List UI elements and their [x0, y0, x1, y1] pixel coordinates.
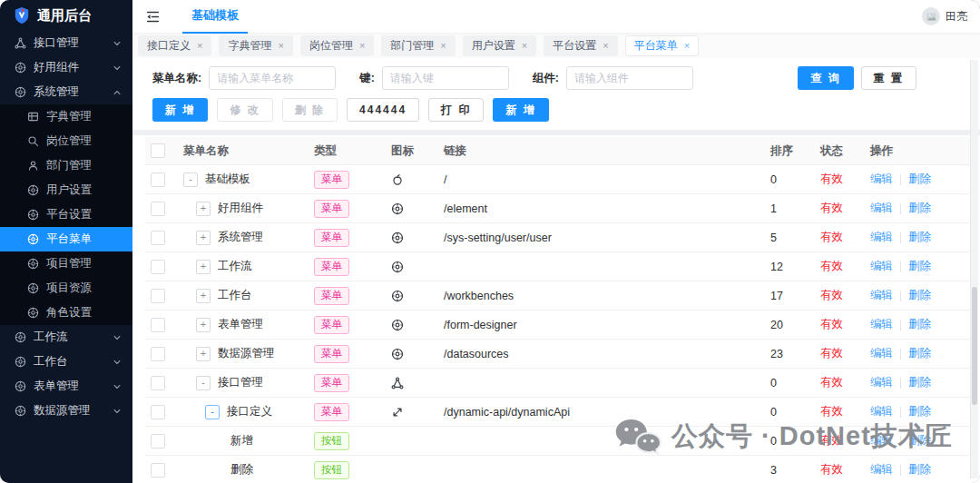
sidebar-item[interactable]: 项目资源 [0, 276, 132, 301]
row-actions: 编辑 删除 [865, 288, 975, 303]
sort-cell: 0 [765, 377, 815, 389]
avatar[interactable] [922, 7, 940, 25]
delete-link[interactable]: 删除 [908, 375, 931, 390]
toolbar-button[interactable]: 修 改 [217, 98, 272, 122]
select-all-checkbox[interactable] [151, 143, 165, 158]
action-divider [900, 232, 901, 243]
row-checkbox[interactable] [151, 318, 165, 332]
expand-toggle[interactable]: + [196, 231, 211, 245]
sidebar-item[interactable]: 好用组件 [0, 55, 132, 80]
api-icon [15, 37, 26, 49]
edit-link[interactable]: 编辑 [870, 375, 893, 390]
toolbar-button[interactable]: 删 除 [282, 98, 338, 122]
sort-cell: 23 [765, 348, 815, 360]
toolbar-button[interactable]: 打 印 [428, 98, 484, 122]
filter-input[interactable] [209, 66, 336, 90]
close-icon[interactable]: × [197, 40, 202, 51]
sidebar-item[interactable]: 工作流 [0, 325, 132, 350]
status-cell: 有效 [815, 317, 865, 332]
sidebar-item[interactable]: 平台设置 [0, 202, 132, 227]
sidebar-item[interactable]: 表单管理 [0, 374, 132, 399]
reset-button[interactable]: 重 置 [861, 66, 916, 90]
sidebar-item[interactable]: 系统管理 [0, 80, 132, 104]
edit-link[interactable]: 编辑 [870, 288, 893, 303]
sidebar-item[interactable]: 字典管理 [0, 104, 132, 129]
chevron-icon [113, 39, 122, 48]
edit-link[interactable]: 编辑 [870, 259, 893, 274]
menu-fold-icon[interactable] [145, 9, 161, 25]
close-icon[interactable]: × [359, 40, 365, 51]
delete-link[interactable]: 删除 [908, 346, 931, 361]
edit-link[interactable]: 编辑 [870, 462, 893, 478]
action-divider [900, 174, 901, 185]
scrollbar-thumb[interactable] [972, 287, 977, 405]
close-icon[interactable]: × [278, 40, 283, 51]
form-icon [15, 380, 26, 392]
close-icon[interactable]: × [440, 40, 446, 51]
user-menu[interactable]: 田亮 [922, 7, 967, 25]
close-icon[interactable]: × [603, 40, 608, 51]
delete-link[interactable]: 删除 [908, 201, 931, 216]
sidebar-item[interactable]: 项目管理 [0, 251, 132, 276]
delete-link[interactable]: 删除 [908, 462, 931, 478]
edit-link[interactable]: 编辑 [870, 201, 893, 216]
column-header: 操作 [865, 143, 975, 159]
edit-link[interactable]: 编辑 [870, 230, 893, 245]
page-tab[interactable]: 用户设置 × [463, 35, 536, 56]
edit-link[interactable]: 编辑 [870, 346, 893, 361]
row-checkbox[interactable] [151, 347, 165, 361]
sidebar-item[interactable]: 工作台 [0, 350, 132, 374]
sidebar-item[interactable]: 平台菜单 [0, 227, 132, 251]
expand-toggle[interactable]: - [183, 172, 198, 187]
close-icon[interactable]: × [684, 40, 690, 51]
expand-toggle[interactable]: - [196, 376, 211, 390]
sidebar-item[interactable]: 角色设置 [0, 301, 132, 325]
expand-toggle[interactable]: + [196, 347, 211, 361]
row-checkbox[interactable] [151, 289, 165, 303]
filter-input[interactable] [566, 66, 693, 90]
row-checkbox[interactable] [151, 405, 165, 419]
status-cell: 有效 [815, 259, 865, 274]
toolbar-button[interactable]: 新 增 [152, 98, 208, 122]
page-tab[interactable]: 岗位管理 × [300, 35, 374, 56]
vertical-scrollbar[interactable] [970, 60, 978, 478]
expand-toggle[interactable]: + [196, 289, 211, 303]
delete-link[interactable]: 删除 [908, 317, 931, 332]
edit-link[interactable]: 编辑 [870, 317, 893, 332]
menu-name-cell: 删除 [178, 462, 309, 478]
expand-toggle[interactable]: + [196, 202, 211, 216]
page-tab[interactable]: 字典管理 × [219, 35, 292, 56]
row-checkbox[interactable] [151, 434, 165, 448]
edit-link[interactable]: 编辑 [870, 172, 893, 187]
row-checkbox[interactable] [151, 376, 165, 390]
sidebar-item[interactable]: 数据源管理 [0, 399, 132, 423]
delete-link[interactable]: 删除 [908, 288, 931, 303]
toolbar-button[interactable]: 444444 [347, 98, 419, 122]
search-button[interactable]: 查 询 [798, 66, 853, 90]
row-checkbox[interactable] [151, 231, 165, 245]
sidebar-item[interactable]: 岗位管理 [0, 129, 132, 153]
toolbar-button[interactable]: 新 增 [493, 98, 548, 122]
sidebar-item[interactable]: 用户设置 [0, 178, 132, 202]
expand-toggle[interactable]: + [196, 260, 211, 274]
row-checkbox[interactable] [151, 260, 165, 274]
delete-link[interactable]: 删除 [908, 259, 931, 274]
page-tab[interactable]: 平台菜单 × [625, 35, 699, 56]
close-icon[interactable]: × [522, 40, 527, 51]
delete-link[interactable]: 删除 [908, 172, 931, 187]
page-tab[interactable]: 部门管理 × [381, 35, 455, 56]
delete-link[interactable]: 删除 [908, 230, 931, 245]
top-nav-tab[interactable]: 基础模板 [182, 0, 248, 34]
sidebar-item[interactable]: 部门管理 [0, 153, 132, 178]
expand-toggle[interactable]: + [196, 318, 211, 332]
page-tab[interactable]: 平台设置 × [544, 35, 617, 56]
filter-input[interactable] [382, 66, 509, 90]
settings-circle-icon [391, 261, 404, 273]
row-checkbox[interactable] [151, 202, 165, 216]
row-checkbox[interactable] [151, 463, 165, 478]
sidebar-item-label: 好用组件 [34, 60, 79, 75]
expand-toggle[interactable]: - [205, 405, 220, 419]
sidebar-item[interactable]: 接口管理 [0, 31, 132, 55]
page-tab[interactable]: 接口定义 × [138, 35, 211, 56]
row-checkbox[interactable] [151, 172, 165, 187]
